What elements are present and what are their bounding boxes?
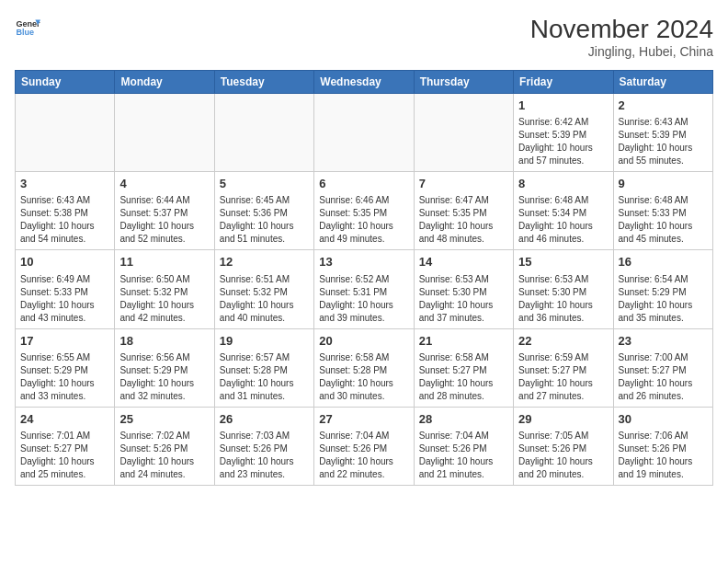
col-header-monday: Monday xyxy=(115,71,214,94)
cell-info: Sunrise: 6:50 AM Sunset: 5:32 PM Dayligh… xyxy=(119,273,209,325)
cell-info: Sunrise: 6:58 AM Sunset: 5:28 PM Dayligh… xyxy=(319,351,408,403)
day-number: 20 xyxy=(319,333,408,350)
calendar-cell: 2Sunrise: 6:43 AM Sunset: 5:39 PM Daylig… xyxy=(613,94,712,172)
calendar-week-2: 3Sunrise: 6:43 AM Sunset: 5:38 PM Daylig… xyxy=(16,172,713,250)
cell-info: Sunrise: 6:46 AM Sunset: 5:35 PM Dayligh… xyxy=(319,194,408,246)
location-subtitle: Jingling, Hubei, China xyxy=(530,44,713,59)
calendar-cell: 14Sunrise: 6:53 AM Sunset: 5:30 PM Dayli… xyxy=(414,250,513,328)
col-header-wednesday: Wednesday xyxy=(314,71,414,94)
calendar-cell: 8Sunrise: 6:48 AM Sunset: 5:34 PM Daylig… xyxy=(514,172,613,250)
calendar-cell xyxy=(115,94,214,172)
calendar-cell: 5Sunrise: 6:45 AM Sunset: 5:36 PM Daylig… xyxy=(214,172,313,250)
calendar-cell xyxy=(16,94,115,172)
day-number: 27 xyxy=(319,411,408,428)
day-number: 22 xyxy=(518,333,608,350)
calendar-cell: 7Sunrise: 6:47 AM Sunset: 5:35 PM Daylig… xyxy=(414,172,513,250)
day-number: 1 xyxy=(518,98,608,114)
day-number: 25 xyxy=(119,411,209,428)
calendar-cell: 26Sunrise: 7:03 AM Sunset: 5:26 PM Dayli… xyxy=(214,407,313,485)
day-number: 8 xyxy=(518,176,608,192)
calendar-cell: 17Sunrise: 6:55 AM Sunset: 5:29 PM Dayli… xyxy=(16,328,115,407)
day-number: 26 xyxy=(220,411,309,428)
cell-info: Sunrise: 6:52 AM Sunset: 5:31 PM Dayligh… xyxy=(319,273,408,325)
calendar-week-3: 10Sunrise: 6:49 AM Sunset: 5:33 PM Dayli… xyxy=(16,250,713,328)
calendar-cell: 1Sunrise: 6:42 AM Sunset: 5:39 PM Daylig… xyxy=(514,94,613,172)
cell-info: Sunrise: 7:00 AM Sunset: 5:27 PM Dayligh… xyxy=(619,351,708,403)
col-header-sunday: Sunday xyxy=(16,71,115,94)
calendar-week-5: 24Sunrise: 7:01 AM Sunset: 5:27 PM Dayli… xyxy=(16,407,713,485)
col-header-tuesday: Tuesday xyxy=(214,71,313,94)
day-number: 28 xyxy=(419,411,508,428)
page-header: General Blue November 2024 Jingling, Hub… xyxy=(15,15,713,59)
calendar-cell xyxy=(414,94,513,172)
cell-info: Sunrise: 6:48 AM Sunset: 5:34 PM Dayligh… xyxy=(518,194,608,246)
day-number: 17 xyxy=(20,333,109,350)
calendar-table: SundayMondayTuesdayWednesdayThursdayFrid… xyxy=(15,70,713,486)
calendar-cell: 19Sunrise: 6:57 AM Sunset: 5:28 PM Dayli… xyxy=(214,328,313,407)
cell-info: Sunrise: 7:04 AM Sunset: 5:26 PM Dayligh… xyxy=(419,430,508,481)
calendar-cell: 10Sunrise: 6:49 AM Sunset: 5:33 PM Dayli… xyxy=(16,250,115,328)
cell-info: Sunrise: 6:43 AM Sunset: 5:38 PM Dayligh… xyxy=(20,194,109,246)
calendar-cell: 20Sunrise: 6:58 AM Sunset: 5:28 PM Dayli… xyxy=(314,328,414,407)
cell-info: Sunrise: 7:02 AM Sunset: 5:26 PM Dayligh… xyxy=(119,430,209,481)
cell-info: Sunrise: 7:04 AM Sunset: 5:26 PM Dayligh… xyxy=(319,430,408,481)
calendar-cell: 23Sunrise: 7:00 AM Sunset: 5:27 PM Dayli… xyxy=(613,328,712,407)
calendar-cell: 29Sunrise: 7:05 AM Sunset: 5:26 PM Dayli… xyxy=(514,407,613,485)
cell-info: Sunrise: 7:06 AM Sunset: 5:26 PM Dayligh… xyxy=(619,430,708,481)
calendar-header-row: SundayMondayTuesdayWednesdayThursdayFrid… xyxy=(16,71,713,94)
day-number: 21 xyxy=(419,333,508,350)
calendar-cell: 28Sunrise: 7:04 AM Sunset: 5:26 PM Dayli… xyxy=(414,407,513,485)
day-number: 23 xyxy=(619,333,708,350)
day-number: 2 xyxy=(619,98,708,114)
cell-info: Sunrise: 7:05 AM Sunset: 5:26 PM Dayligh… xyxy=(518,430,608,481)
calendar-cell: 24Sunrise: 7:01 AM Sunset: 5:27 PM Dayli… xyxy=(16,407,115,485)
cell-info: Sunrise: 6:58 AM Sunset: 5:27 PM Dayligh… xyxy=(419,351,508,403)
calendar-week-4: 17Sunrise: 6:55 AM Sunset: 5:29 PM Dayli… xyxy=(16,328,713,407)
day-number: 4 xyxy=(119,176,209,192)
day-number: 10 xyxy=(20,254,109,270)
cell-info: Sunrise: 6:45 AM Sunset: 5:36 PM Dayligh… xyxy=(220,194,309,246)
logo: General Blue xyxy=(15,15,40,40)
day-number: 5 xyxy=(220,176,309,192)
cell-info: Sunrise: 6:57 AM Sunset: 5:28 PM Dayligh… xyxy=(220,351,309,403)
calendar-cell: 27Sunrise: 7:04 AM Sunset: 5:26 PM Dayli… xyxy=(314,407,414,485)
col-header-saturday: Saturday xyxy=(613,71,712,94)
cell-info: Sunrise: 6:49 AM Sunset: 5:33 PM Dayligh… xyxy=(20,273,109,325)
calendar-cell: 16Sunrise: 6:54 AM Sunset: 5:29 PM Dayli… xyxy=(613,250,712,328)
cell-info: Sunrise: 7:03 AM Sunset: 5:26 PM Dayligh… xyxy=(220,430,309,481)
cell-info: Sunrise: 6:53 AM Sunset: 5:30 PM Dayligh… xyxy=(419,273,508,325)
calendar-cell: 3Sunrise: 6:43 AM Sunset: 5:38 PM Daylig… xyxy=(16,172,115,250)
cell-info: Sunrise: 6:51 AM Sunset: 5:32 PM Dayligh… xyxy=(220,273,309,325)
calendar-cell xyxy=(314,94,414,172)
col-header-friday: Friday xyxy=(514,71,613,94)
day-number: 16 xyxy=(619,254,708,270)
col-header-thursday: Thursday xyxy=(414,71,513,94)
cell-info: Sunrise: 6:54 AM Sunset: 5:29 PM Dayligh… xyxy=(619,273,708,325)
calendar-cell: 21Sunrise: 6:58 AM Sunset: 5:27 PM Dayli… xyxy=(414,328,513,407)
day-number: 6 xyxy=(319,176,408,192)
day-number: 29 xyxy=(518,411,608,428)
cell-info: Sunrise: 6:47 AM Sunset: 5:35 PM Dayligh… xyxy=(419,194,508,246)
cell-info: Sunrise: 6:42 AM Sunset: 5:39 PM Dayligh… xyxy=(518,116,608,167)
logo-icon: General Blue xyxy=(15,15,40,40)
calendar-cell: 25Sunrise: 7:02 AM Sunset: 5:26 PM Dayli… xyxy=(115,407,214,485)
day-number: 24 xyxy=(20,411,109,428)
day-number: 3 xyxy=(20,176,109,192)
calendar-cell: 9Sunrise: 6:48 AM Sunset: 5:33 PM Daylig… xyxy=(613,172,712,250)
calendar-cell: 22Sunrise: 6:59 AM Sunset: 5:27 PM Dayli… xyxy=(514,328,613,407)
day-number: 14 xyxy=(419,254,508,270)
cell-info: Sunrise: 6:53 AM Sunset: 5:30 PM Dayligh… xyxy=(518,273,608,325)
calendar-cell: 15Sunrise: 6:53 AM Sunset: 5:30 PM Dayli… xyxy=(514,250,613,328)
svg-text:Blue: Blue xyxy=(16,28,34,37)
calendar-cell: 4Sunrise: 6:44 AM Sunset: 5:37 PM Daylig… xyxy=(115,172,214,250)
day-number: 13 xyxy=(319,254,408,270)
calendar-cell: 30Sunrise: 7:06 AM Sunset: 5:26 PM Dayli… xyxy=(613,407,712,485)
cell-info: Sunrise: 6:55 AM Sunset: 5:29 PM Dayligh… xyxy=(20,351,109,403)
cell-info: Sunrise: 6:59 AM Sunset: 5:27 PM Dayligh… xyxy=(518,351,608,403)
day-number: 30 xyxy=(619,411,708,428)
calendar-cell: 6Sunrise: 6:46 AM Sunset: 5:35 PM Daylig… xyxy=(314,172,414,250)
calendar-cell: 11Sunrise: 6:50 AM Sunset: 5:32 PM Dayli… xyxy=(115,250,214,328)
day-number: 18 xyxy=(119,333,209,350)
title-block: November 2024 Jingling, Hubei, China xyxy=(530,15,713,59)
cell-info: Sunrise: 7:01 AM Sunset: 5:27 PM Dayligh… xyxy=(20,430,109,481)
